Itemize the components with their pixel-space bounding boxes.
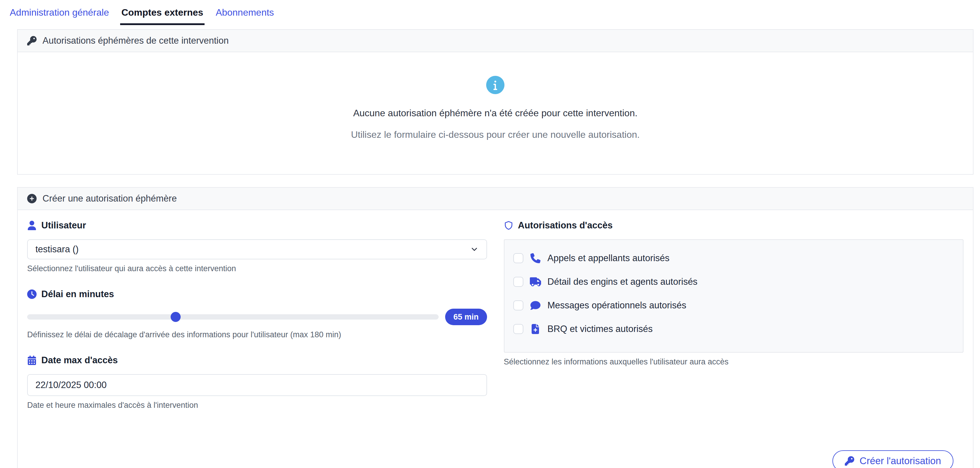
create-authorization-panel: Créer une autorisation éphémère Utilisat… [17,187,974,468]
date-input-value: 22/10/2025 00:00 [35,380,107,390]
ephemeral-authorizations-panel: Autorisations éphémères de cette interve… [17,29,974,175]
delay-helper-text: Définissez le délai de décalage d'arrivé… [27,330,487,339]
delay-label: Délai en minutes [27,288,487,301]
user-icon [27,221,37,230]
date-field-group: Date max d'accès 22/10/2025 00:00 Date e… [27,354,487,410]
access-option-brq: BRQ et victimes autorisés [513,324,954,334]
access-helper-text: Sélectionnez les informations auxquelles… [504,357,964,367]
submit-row: Créer l'autorisation [27,450,964,468]
tab-administration-generale[interactable]: Administration générale [9,5,110,25]
date-helper-text: Date et heure maximales d'accès à l'inte… [27,400,487,410]
phone-icon [530,253,541,263]
user-select-value: testisara () [35,244,78,255]
access-option-vehicles: Détail des engins et agents autorisés [513,276,954,287]
shield-icon [504,221,513,230]
calls-checkbox[interactable] [513,253,523,263]
date-label: Date max d'accès [27,354,487,367]
access-option-calls: Appels et appellants autorisés [513,253,954,263]
vehicles-checkbox[interactable] [513,277,523,287]
delay-slider-thumb[interactable] [170,312,181,322]
delay-slider-row: 65 min [27,308,487,325]
panel-header: Créer une autorisation éphémère [18,188,973,210]
form-right-column: Autorisations d'accès Appels et appellan… [504,219,964,424]
panel-header: Autorisations éphémères de cette interve… [18,30,973,52]
tab-bar: Administration générale Comptes externes… [0,0,980,25]
user-label: Utilisateur [27,219,487,232]
user-select[interactable]: testisara () [27,239,487,259]
tab-comptes-externes[interactable]: Comptes externes [120,5,204,25]
user-helper-text: Sélectionnez l'utilisateur qui aura accè… [27,263,487,274]
brq-checkbox[interactable] [513,324,523,334]
file-medical-icon [530,324,541,334]
empty-message-primary: Aucune autorisation éphémère n'a été cré… [353,108,637,119]
empty-message-secondary: Utilisez le formulaire ci-dessous pour c… [351,129,640,140]
create-authorization-label: Créer l'autorisation [859,455,941,466]
user-field-group: Utilisateur testisara () Sélectionnez l'… [27,219,487,274]
date-input[interactable]: 22/10/2025 00:00 [27,374,487,396]
form-left-column: Utilisateur testisara () Sélectionnez l'… [27,219,487,424]
info-icon [486,76,504,94]
key-icon [845,456,854,466]
chevron-down-icon [470,245,479,254]
messages-checkbox[interactable] [513,300,523,311]
delay-slider[interactable] [27,314,439,320]
access-options-box: Appels et appellants autorisés Détail de… [504,239,964,353]
clock-icon [27,289,37,299]
empty-state: Aucune autorisation éphémère n'a été cré… [18,52,973,174]
delay-value-badge: 65 min [445,309,487,325]
comment-icon [530,300,541,311]
plus-circle-icon [27,194,37,203]
tab-abonnements[interactable]: Abonnements [215,5,275,25]
key-icon [27,36,37,46]
create-authorization-button[interactable]: Créer l'autorisation [832,450,953,468]
truck-icon [530,277,541,287]
delay-field-group: Délai en minutes 65 min Définissez le dé… [27,288,487,339]
panel-title: Autorisations éphémères de cette interve… [43,35,229,46]
calendar-icon [27,355,37,365]
access-option-messages: Messages opérationnels autorisés [513,300,954,311]
panel-title: Créer une autorisation éphémère [43,193,177,204]
access-label: Autorisations d'accès [504,219,964,232]
